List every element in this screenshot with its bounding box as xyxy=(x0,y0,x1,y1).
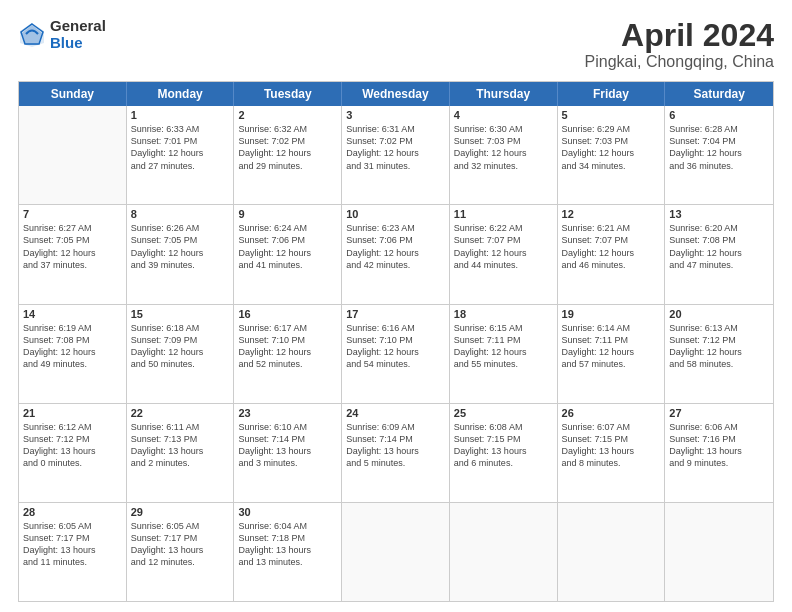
day-info: Sunrise: 6:33 AM Sunset: 7:01 PM Dayligh… xyxy=(131,123,230,172)
day-number: 4 xyxy=(454,109,553,121)
day-info: Sunrise: 6:13 AM Sunset: 7:12 PM Dayligh… xyxy=(669,322,769,371)
cal-cell-empty-5 xyxy=(558,503,666,601)
day-number: 6 xyxy=(669,109,769,121)
cal-cell-11: 11Sunrise: 6:22 AM Sunset: 7:07 PM Dayli… xyxy=(450,205,558,303)
cal-cell-18: 18Sunrise: 6:15 AM Sunset: 7:11 PM Dayli… xyxy=(450,305,558,403)
calendar-body: 1Sunrise: 6:33 AM Sunset: 7:01 PM Daylig… xyxy=(19,106,773,601)
cal-header-thursday: Thursday xyxy=(450,82,558,106)
day-number: 27 xyxy=(669,407,769,419)
day-info: Sunrise: 6:19 AM Sunset: 7:08 PM Dayligh… xyxy=(23,322,122,371)
day-number: 17 xyxy=(346,308,445,320)
cal-header-friday: Friday xyxy=(558,82,666,106)
cal-cell-7: 7Sunrise: 6:27 AM Sunset: 7:05 PM Daylig… xyxy=(19,205,127,303)
day-number: 19 xyxy=(562,308,661,320)
logo-icon xyxy=(18,21,46,49)
day-info: Sunrise: 6:04 AM Sunset: 7:18 PM Dayligh… xyxy=(238,520,337,569)
day-info: Sunrise: 6:05 AM Sunset: 7:17 PM Dayligh… xyxy=(131,520,230,569)
day-info: Sunrise: 6:31 AM Sunset: 7:02 PM Dayligh… xyxy=(346,123,445,172)
day-number: 14 xyxy=(23,308,122,320)
day-number: 18 xyxy=(454,308,553,320)
logo-text: General Blue xyxy=(50,18,106,51)
cal-cell-14: 14Sunrise: 6:19 AM Sunset: 7:08 PM Dayli… xyxy=(19,305,127,403)
cal-cell-29: 29Sunrise: 6:05 AM Sunset: 7:17 PM Dayli… xyxy=(127,503,235,601)
day-info: Sunrise: 6:17 AM Sunset: 7:10 PM Dayligh… xyxy=(238,322,337,371)
day-info: Sunrise: 6:14 AM Sunset: 7:11 PM Dayligh… xyxy=(562,322,661,371)
header: General Blue April 2024 Pingkai, Chongqi… xyxy=(18,18,774,71)
day-number: 15 xyxy=(131,308,230,320)
day-number: 7 xyxy=(23,208,122,220)
cal-cell-27: 27Sunrise: 6:06 AM Sunset: 7:16 PM Dayli… xyxy=(665,404,773,502)
calendar: SundayMondayTuesdayWednesdayThursdayFrid… xyxy=(18,81,774,602)
cal-cell-6: 6Sunrise: 6:28 AM Sunset: 7:04 PM Daylig… xyxy=(665,106,773,204)
day-number: 24 xyxy=(346,407,445,419)
cal-cell-empty-3 xyxy=(342,503,450,601)
day-number: 25 xyxy=(454,407,553,419)
cal-cell-23: 23Sunrise: 6:10 AM Sunset: 7:14 PM Dayli… xyxy=(234,404,342,502)
day-info: Sunrise: 6:23 AM Sunset: 7:06 PM Dayligh… xyxy=(346,222,445,271)
cal-week-3: 14Sunrise: 6:19 AM Sunset: 7:08 PM Dayli… xyxy=(19,305,773,404)
cal-cell-19: 19Sunrise: 6:14 AM Sunset: 7:11 PM Dayli… xyxy=(558,305,666,403)
cal-cell-17: 17Sunrise: 6:16 AM Sunset: 7:10 PM Dayli… xyxy=(342,305,450,403)
cal-cell-empty-6 xyxy=(665,503,773,601)
day-number: 12 xyxy=(562,208,661,220)
cal-header-wednesday: Wednesday xyxy=(342,82,450,106)
day-number: 5 xyxy=(562,109,661,121)
day-number: 28 xyxy=(23,506,122,518)
page: General Blue April 2024 Pingkai, Chongqi… xyxy=(0,0,792,612)
day-number: 10 xyxy=(346,208,445,220)
day-info: Sunrise: 6:12 AM Sunset: 7:12 PM Dayligh… xyxy=(23,421,122,470)
cal-week-2: 7Sunrise: 6:27 AM Sunset: 7:05 PM Daylig… xyxy=(19,205,773,304)
day-info: Sunrise: 6:20 AM Sunset: 7:08 PM Dayligh… xyxy=(669,222,769,271)
day-info: Sunrise: 6:18 AM Sunset: 7:09 PM Dayligh… xyxy=(131,322,230,371)
cal-cell-26: 26Sunrise: 6:07 AM Sunset: 7:15 PM Dayli… xyxy=(558,404,666,502)
day-number: 22 xyxy=(131,407,230,419)
cal-cell-24: 24Sunrise: 6:09 AM Sunset: 7:14 PM Dayli… xyxy=(342,404,450,502)
cal-header-saturday: Saturday xyxy=(665,82,773,106)
day-info: Sunrise: 6:30 AM Sunset: 7:03 PM Dayligh… xyxy=(454,123,553,172)
day-info: Sunrise: 6:15 AM Sunset: 7:11 PM Dayligh… xyxy=(454,322,553,371)
day-number: 20 xyxy=(669,308,769,320)
day-number: 13 xyxy=(669,208,769,220)
calendar-title: April 2024 xyxy=(585,18,774,53)
cal-cell-30: 30Sunrise: 6:04 AM Sunset: 7:18 PM Dayli… xyxy=(234,503,342,601)
cal-week-1: 1Sunrise: 6:33 AM Sunset: 7:01 PM Daylig… xyxy=(19,106,773,205)
day-number: 11 xyxy=(454,208,553,220)
cal-cell-20: 20Sunrise: 6:13 AM Sunset: 7:12 PM Dayli… xyxy=(665,305,773,403)
day-info: Sunrise: 6:22 AM Sunset: 7:07 PM Dayligh… xyxy=(454,222,553,271)
day-number: 29 xyxy=(131,506,230,518)
day-info: Sunrise: 6:29 AM Sunset: 7:03 PM Dayligh… xyxy=(562,123,661,172)
logo: General Blue xyxy=(18,18,106,51)
logo-blue-text: Blue xyxy=(50,35,106,52)
day-info: Sunrise: 6:28 AM Sunset: 7:04 PM Dayligh… xyxy=(669,123,769,172)
day-number: 16 xyxy=(238,308,337,320)
day-info: Sunrise: 6:05 AM Sunset: 7:17 PM Dayligh… xyxy=(23,520,122,569)
day-number: 1 xyxy=(131,109,230,121)
day-info: Sunrise: 6:06 AM Sunset: 7:16 PM Dayligh… xyxy=(669,421,769,470)
day-info: Sunrise: 6:09 AM Sunset: 7:14 PM Dayligh… xyxy=(346,421,445,470)
day-number: 2 xyxy=(238,109,337,121)
cal-cell-12: 12Sunrise: 6:21 AM Sunset: 7:07 PM Dayli… xyxy=(558,205,666,303)
day-number: 8 xyxy=(131,208,230,220)
cal-cell-15: 15Sunrise: 6:18 AM Sunset: 7:09 PM Dayli… xyxy=(127,305,235,403)
day-info: Sunrise: 6:26 AM Sunset: 7:05 PM Dayligh… xyxy=(131,222,230,271)
cal-cell-8: 8Sunrise: 6:26 AM Sunset: 7:05 PM Daylig… xyxy=(127,205,235,303)
cal-cell-empty-0 xyxy=(19,106,127,204)
cal-cell-empty-4 xyxy=(450,503,558,601)
cal-header-monday: Monday xyxy=(127,82,235,106)
cal-cell-13: 13Sunrise: 6:20 AM Sunset: 7:08 PM Dayli… xyxy=(665,205,773,303)
day-number: 26 xyxy=(562,407,661,419)
cal-week-4: 21Sunrise: 6:12 AM Sunset: 7:12 PM Dayli… xyxy=(19,404,773,503)
cal-cell-22: 22Sunrise: 6:11 AM Sunset: 7:13 PM Dayli… xyxy=(127,404,235,502)
cal-cell-1: 1Sunrise: 6:33 AM Sunset: 7:01 PM Daylig… xyxy=(127,106,235,204)
day-info: Sunrise: 6:21 AM Sunset: 7:07 PM Dayligh… xyxy=(562,222,661,271)
calendar-header-row: SundayMondayTuesdayWednesdayThursdayFrid… xyxy=(19,82,773,106)
cal-cell-25: 25Sunrise: 6:08 AM Sunset: 7:15 PM Dayli… xyxy=(450,404,558,502)
cal-cell-4: 4Sunrise: 6:30 AM Sunset: 7:03 PM Daylig… xyxy=(450,106,558,204)
cal-cell-16: 16Sunrise: 6:17 AM Sunset: 7:10 PM Dayli… xyxy=(234,305,342,403)
cal-cell-5: 5Sunrise: 6:29 AM Sunset: 7:03 PM Daylig… xyxy=(558,106,666,204)
day-info: Sunrise: 6:11 AM Sunset: 7:13 PM Dayligh… xyxy=(131,421,230,470)
cal-cell-21: 21Sunrise: 6:12 AM Sunset: 7:12 PM Dayli… xyxy=(19,404,127,502)
day-info: Sunrise: 6:10 AM Sunset: 7:14 PM Dayligh… xyxy=(238,421,337,470)
cal-cell-10: 10Sunrise: 6:23 AM Sunset: 7:06 PM Dayli… xyxy=(342,205,450,303)
day-info: Sunrise: 6:27 AM Sunset: 7:05 PM Dayligh… xyxy=(23,222,122,271)
